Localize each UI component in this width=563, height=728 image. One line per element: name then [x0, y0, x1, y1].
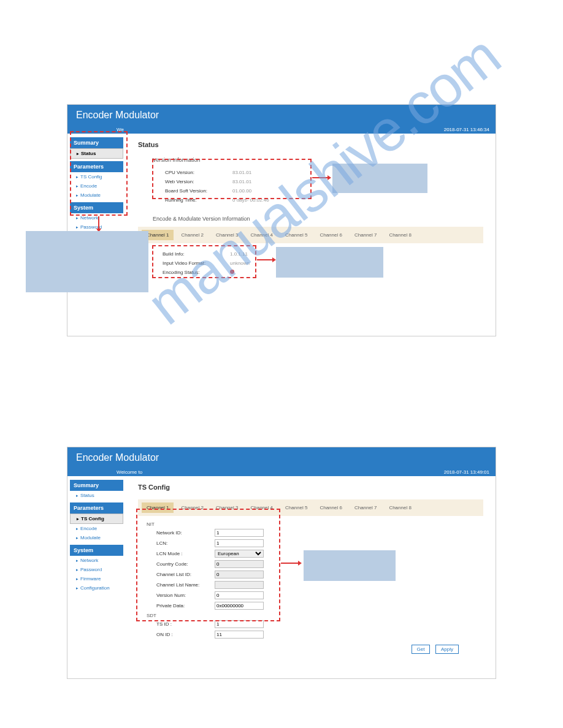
- build-info-value: 1.0.1.11: [230, 251, 248, 257]
- web-version-label: Web Version:: [165, 179, 232, 184]
- channel-tabs: Channel 1 Channel 2 Channel 3 Channel 4 …: [138, 227, 483, 243]
- network-id-input[interactable]: [215, 529, 264, 537]
- cpu-version-label: CPU Version:: [165, 170, 232, 175]
- tab-channel-2[interactable]: Channel 2: [176, 230, 208, 240]
- on-id-label: ON ID :: [156, 632, 215, 637]
- sidebar-item-encode[interactable]: Encode: [70, 524, 123, 533]
- sidebar-item-configuration[interactable]: Configuration: [70, 583, 123, 593]
- arrow-form: [281, 563, 298, 564]
- app-title: Encoder Modulator: [67, 447, 496, 468]
- sdt-section-header: SDT: [138, 611, 483, 619]
- status-dot-icon: [230, 270, 234, 274]
- sidebar-item-tsconfig[interactable]: TS Config: [70, 172, 123, 181]
- arrow-encode: [257, 259, 272, 260]
- tab-channel-8[interactable]: Channel 8: [384, 502, 416, 513]
- callout-encode: [276, 247, 383, 278]
- cpu-version-value: 83.01.01: [232, 170, 251, 175]
- channel-list-id-label: Channel List ID:: [156, 572, 215, 577]
- on-id-input[interactable]: [215, 631, 264, 639]
- input-video-label: Input Video Format:: [163, 260, 230, 266]
- sidebar-item-modulate[interactable]: Modulate: [70, 191, 123, 200]
- country-code-label: Country Code:: [156, 561, 215, 567]
- status-bar: Welcome to 2018-07-31 13:49:01: [67, 468, 496, 476]
- callout-form: [304, 550, 396, 581]
- tab-channel-6[interactable]: Channel 6: [315, 502, 347, 513]
- app-title: Encoder Modulator: [67, 105, 496, 126]
- callout-version: [332, 164, 427, 193]
- sidebar: Summary Status Parameters TS Config Enco…: [67, 476, 126, 678]
- tab-channel-3[interactable]: Channel 3: [211, 502, 243, 513]
- sidebar-item-tsconfig[interactable]: TS Config: [70, 514, 123, 524]
- sidebar-header-summary: Summary: [70, 137, 123, 148]
- tab-channel-4[interactable]: Channel 4: [245, 230, 277, 240]
- status-bar: We 2018-07-31 13:46:34: [67, 126, 496, 134]
- running-time-label: Running Time:: [165, 197, 232, 203]
- encoding-status-label: Encoding Status:: [163, 270, 230, 275]
- sidebar-header-system: System: [70, 545, 123, 556]
- ts-id-label: TS ID :: [156, 621, 215, 627]
- channel-list-name-label: Channel List Name:: [156, 582, 215, 588]
- sidebar-item-modulate[interactable]: Modulate: [70, 533, 123, 542]
- tab-channel-6[interactable]: Channel 6: [315, 230, 347, 240]
- nit-section-header: NIT: [138, 520, 483, 528]
- tab-channel-7[interactable]: Channel 7: [350, 502, 381, 513]
- welcome-text: Welcome to: [117, 469, 142, 475]
- tab-channel-5[interactable]: Channel 5: [280, 502, 312, 513]
- apply-button[interactable]: Apply: [435, 645, 459, 654]
- tab-channel-2[interactable]: Channel 2: [176, 502, 208, 513]
- web-version-value: 83.01.01: [232, 179, 251, 184]
- page-title: Status: [138, 141, 483, 148]
- sidebar-item-network[interactable]: Network: [70, 213, 123, 222]
- timestamp: 2018-07-31 13:49:01: [444, 469, 489, 475]
- tab-channel-8[interactable]: Channel 8: [384, 230, 416, 240]
- sidebar-item-password[interactable]: Password: [70, 565, 123, 574]
- channel-tabs: Channel 1 Channel 2 Channel 3 Channel 4 …: [138, 499, 483, 516]
- sidebar-header-system: System: [70, 202, 123, 213]
- welcome-text: We: [117, 127, 124, 132]
- status-screenshot: Encoder Modulator We 2018-07-31 13:46:34…: [67, 104, 496, 336]
- board-version-value: 01.00.00: [232, 188, 251, 194]
- tsconfig-screenshot: Encoder Modulator Welcome to 2018-07-31 …: [67, 447, 496, 679]
- tab-channel-5[interactable]: Channel 5: [280, 230, 312, 240]
- sidebar-item-encode[interactable]: Encode: [70, 181, 123, 191]
- sidebar-item-network[interactable]: Network: [70, 556, 123, 565]
- running-time-value: 0 days- 00:02:46: [232, 197, 269, 203]
- ts-id-input[interactable]: [215, 620, 264, 628]
- arrow-sidebar: [98, 216, 99, 229]
- tab-channel-4[interactable]: Channel 4: [245, 502, 277, 513]
- tab-channel-3[interactable]: Channel 3: [211, 230, 243, 240]
- tab-channel-1[interactable]: Channel 1: [142, 502, 174, 513]
- board-version-label: Board Soft Version:: [165, 188, 232, 194]
- lcn-label: LCN:: [156, 540, 215, 546]
- encode-version-title: Encode & Modulate Version Information: [138, 216, 483, 222]
- build-info-label: Build Info:: [163, 251, 230, 257]
- lcn-input[interactable]: [215, 539, 264, 547]
- private-data-label: Private Data:: [156, 603, 215, 609]
- arrow-version: [312, 177, 327, 178]
- sidebar-item-firmware[interactable]: Firmware: [70, 574, 123, 583]
- input-video-value: unknown: [230, 260, 250, 266]
- version-num-label: Version Num:: [156, 593, 215, 598]
- tab-channel-7[interactable]: Channel 7: [350, 230, 381, 240]
- sidebar-header-parameters: Parameters: [70, 502, 123, 514]
- main-content: Status Version Information CPU Version:8…: [126, 134, 496, 336]
- callout-sidebar: [26, 231, 148, 292]
- channel-list-name-input[interactable]: [215, 581, 264, 589]
- timestamp: 2018-07-31 13:46:34: [444, 127, 489, 132]
- channel-list-id-input[interactable]: [215, 571, 264, 578]
- private-data-input[interactable]: [215, 602, 264, 610]
- version-num-input[interactable]: [215, 591, 264, 599]
- sidebar-header-parameters: Parameters: [70, 161, 123, 172]
- sidebar-header-summary: Summary: [70, 480, 123, 491]
- page-title: TS Config: [138, 483, 483, 491]
- sidebar-item-status[interactable]: Status: [70, 148, 123, 159]
- get-button[interactable]: Get: [412, 645, 431, 654]
- version-info-title: Version Information: [153, 157, 469, 163]
- network-id-label: Network ID:: [156, 530, 215, 536]
- sidebar-item-status[interactable]: Status: [70, 491, 123, 500]
- country-code-input[interactable]: [215, 560, 264, 568]
- lcn-mode-select[interactable]: European: [215, 550, 264, 558]
- lcn-mode-label: LCN Mode :: [156, 551, 215, 556]
